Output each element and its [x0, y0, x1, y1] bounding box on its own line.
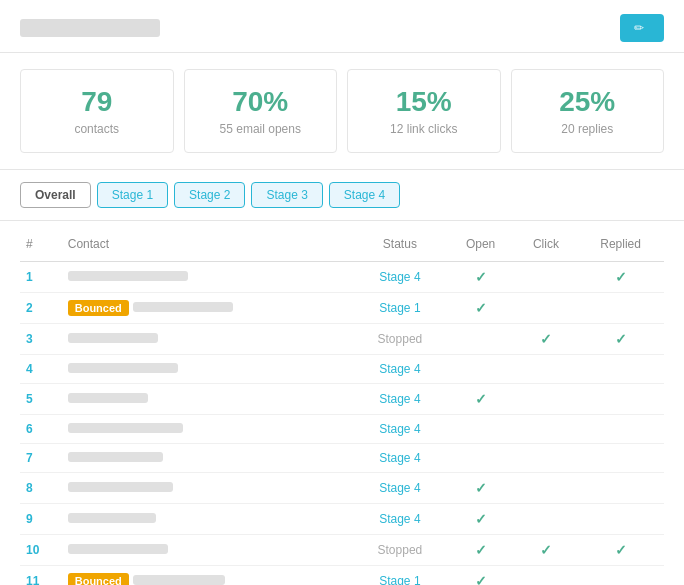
table-row: 7Stage 4 — [20, 444, 664, 473]
contact-name-bar — [68, 271, 188, 281]
click-cell — [515, 384, 578, 415]
status-cell: Stage 4 — [353, 262, 446, 293]
row-number: 2 — [20, 293, 62, 324]
contact-name-bar — [133, 302, 233, 312]
contacts-table: #ContactStatusOpenClickReplied 1Stage 4✓… — [20, 227, 664, 585]
contact-cell — [62, 262, 353, 293]
table-row: 6Stage 4 — [20, 415, 664, 444]
contact-name-bar — [68, 393, 148, 403]
row-number: 5 — [20, 384, 62, 415]
tabs-row: OverallStage 1Stage 2Stage 3Stage 4 — [0, 170, 684, 221]
check-icon: ✓ — [475, 542, 487, 558]
row-number: 8 — [20, 473, 62, 504]
stat-label-0: contacts — [31, 122, 163, 136]
check-icon: ✓ — [475, 269, 487, 285]
click-cell — [515, 355, 578, 384]
click-cell — [515, 504, 578, 535]
replied-cell — [577, 444, 664, 473]
contact-cell — [62, 415, 353, 444]
contact-name-bar — [133, 575, 225, 585]
check-icon: ✓ — [475, 300, 487, 316]
row-number: 9 — [20, 504, 62, 535]
stat-value-2: 15% — [358, 86, 490, 118]
open-cell: ✓ — [447, 384, 515, 415]
open-cell: ✓ — [447, 262, 515, 293]
status-cell: Stopped — [353, 535, 446, 566]
tab-stage-1[interactable]: Stage 1 — [97, 182, 168, 208]
tab-stage-2[interactable]: Stage 2 — [174, 182, 245, 208]
open-cell: ✓ — [447, 473, 515, 504]
table-row: 5Stage 4✓ — [20, 384, 664, 415]
stat-card-3: 25% 20 replies — [511, 69, 665, 153]
status-cell: Stage 4 — [353, 355, 446, 384]
row-number: 1 — [20, 262, 62, 293]
table-row: 3Stopped✓✓ — [20, 324, 664, 355]
table-row: 9Stage 4✓ — [20, 504, 664, 535]
stat-label-1: 55 email opens — [195, 122, 327, 136]
table-row: 4Stage 4 — [20, 355, 664, 384]
contact-cell — [62, 384, 353, 415]
contact-name-bar — [68, 544, 168, 554]
click-cell — [515, 444, 578, 473]
contact-cell — [62, 535, 353, 566]
stats-row: 79 contacts 70% 55 email opens 15% 12 li… — [0, 53, 684, 170]
check-icon: ✓ — [540, 542, 552, 558]
stat-value-0: 79 — [31, 86, 163, 118]
contact-name-bar — [68, 452, 163, 462]
stat-label-2: 12 link clicks — [358, 122, 490, 136]
table-section: #ContactStatusOpenClickReplied 1Stage 4✓… — [0, 227, 684, 585]
open-cell: ✓ — [447, 293, 515, 324]
status-cell: Stage 1 — [353, 566, 446, 586]
replied-cell — [577, 415, 664, 444]
settings-actions-button[interactable]: ✏ — [620, 14, 664, 42]
col-header-click: Click — [515, 227, 578, 262]
tab-stage-3[interactable]: Stage 3 — [251, 182, 322, 208]
contact-name-bar — [68, 513, 156, 523]
row-number: 7 — [20, 444, 62, 473]
row-number: 11 — [20, 566, 62, 586]
contact-name-bar — [68, 333, 158, 343]
replied-cell: ✓ — [577, 324, 664, 355]
contact-cell — [62, 324, 353, 355]
contact-cell — [62, 473, 353, 504]
col-header-open: Open — [447, 227, 515, 262]
table-row: 2BouncedStage 1✓ — [20, 293, 664, 324]
row-number: 10 — [20, 535, 62, 566]
open-cell — [447, 355, 515, 384]
open-cell — [447, 444, 515, 473]
replied-cell — [577, 566, 664, 586]
status-cell: Stage 1 — [353, 293, 446, 324]
stat-card-2: 15% 12 link clicks — [347, 69, 501, 153]
contact-name-bar — [68, 363, 178, 373]
stat-value-1: 70% — [195, 86, 327, 118]
check-icon: ✓ — [615, 331, 627, 347]
replied-cell: ✓ — [577, 535, 664, 566]
table-row: 8Stage 4✓ — [20, 473, 664, 504]
open-cell: ✓ — [447, 566, 515, 586]
click-cell — [515, 473, 578, 504]
check-icon: ✓ — [615, 269, 627, 285]
status-cell: Stopped — [353, 324, 446, 355]
open-cell: ✓ — [447, 504, 515, 535]
contact-cell — [62, 504, 353, 535]
status-cell: Stage 4 — [353, 473, 446, 504]
replied-cell — [577, 293, 664, 324]
open-cell — [447, 324, 515, 355]
click-cell: ✓ — [515, 324, 578, 355]
status-cell: Stage 4 — [353, 415, 446, 444]
contact-cell — [62, 444, 353, 473]
click-cell — [515, 415, 578, 444]
row-number: 6 — [20, 415, 62, 444]
click-cell — [515, 293, 578, 324]
tab-overall[interactable]: Overall — [20, 182, 91, 208]
tab-stage-4[interactable]: Stage 4 — [329, 182, 400, 208]
bounced-badge: Bounced — [68, 573, 129, 585]
contact-cell: Bounced — [62, 293, 353, 324]
stat-value-3: 25% — [522, 86, 654, 118]
contact-cell — [62, 355, 353, 384]
check-icon: ✓ — [475, 391, 487, 407]
row-number: 4 — [20, 355, 62, 384]
click-cell — [515, 262, 578, 293]
contact-cell: Bounced — [62, 566, 353, 586]
check-icon: ✓ — [540, 331, 552, 347]
